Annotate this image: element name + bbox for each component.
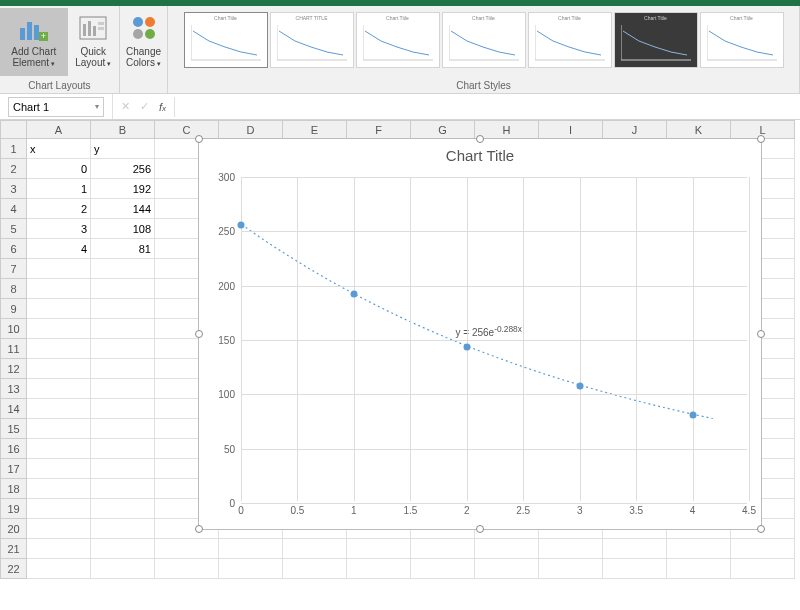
cell-A19[interactable] xyxy=(27,499,91,519)
cell-L21[interactable] xyxy=(731,539,795,559)
cell-L22[interactable] xyxy=(731,559,795,579)
cell-A21[interactable] xyxy=(27,539,91,559)
cell-B1[interactable]: y xyxy=(91,139,155,159)
data-point[interactable] xyxy=(689,411,696,418)
cell-D21[interactable] xyxy=(219,539,283,559)
chart-plot-area[interactable]: y = 256e-0.288x 05010015020025030000.511… xyxy=(241,177,747,501)
resize-handle[interactable] xyxy=(757,330,765,338)
cell-H21[interactable] xyxy=(475,539,539,559)
row-header-7[interactable]: 7 xyxy=(1,259,27,279)
row-header-4[interactable]: 4 xyxy=(1,199,27,219)
chart-style-thumb-2[interactable]: Chart Title xyxy=(356,12,440,68)
cell-B7[interactable] xyxy=(91,259,155,279)
cell-J22[interactable] xyxy=(603,559,667,579)
cell-B12[interactable] xyxy=(91,359,155,379)
chart-title[interactable]: Chart Title xyxy=(199,139,761,168)
data-point[interactable] xyxy=(350,291,357,298)
row-header-12[interactable]: 12 xyxy=(1,359,27,379)
cell-A9[interactable] xyxy=(27,299,91,319)
row-header-6[interactable]: 6 xyxy=(1,239,27,259)
cell-G22[interactable] xyxy=(411,559,475,579)
quick-layout-button[interactable]: Quick Layout▾ xyxy=(68,8,119,76)
cell-A18[interactable] xyxy=(27,479,91,499)
col-header-H[interactable]: H xyxy=(475,121,539,139)
cancel-formula-icon[interactable]: ✕ xyxy=(121,100,130,113)
row-header-21[interactable]: 21 xyxy=(1,539,27,559)
col-header-K[interactable]: K xyxy=(667,121,731,139)
select-all-corner[interactable] xyxy=(1,121,27,139)
chart-style-thumb-3[interactable]: Chart Title xyxy=(442,12,526,68)
resize-handle[interactable] xyxy=(476,135,484,143)
cell-B20[interactable] xyxy=(91,519,155,539)
cell-B11[interactable] xyxy=(91,339,155,359)
cell-B10[interactable] xyxy=(91,319,155,339)
cell-A15[interactable] xyxy=(27,419,91,439)
cell-B21[interactable] xyxy=(91,539,155,559)
add-chart-element-button[interactable]: + Add Chart Element▾ xyxy=(0,8,68,76)
row-header-20[interactable]: 20 xyxy=(1,519,27,539)
resize-handle[interactable] xyxy=(195,525,203,533)
col-header-I[interactable]: I xyxy=(539,121,603,139)
chart-style-thumb-5[interactable]: Chart Title xyxy=(614,12,698,68)
row-header-13[interactable]: 13 xyxy=(1,379,27,399)
cell-A14[interactable] xyxy=(27,399,91,419)
cell-B4[interactable]: 144 xyxy=(91,199,155,219)
cell-A6[interactable]: 4 xyxy=(27,239,91,259)
cell-B5[interactable]: 108 xyxy=(91,219,155,239)
cell-H22[interactable] xyxy=(475,559,539,579)
resize-handle[interactable] xyxy=(195,330,203,338)
trendline-equation[interactable]: y = 256e-0.288x xyxy=(455,324,521,338)
col-header-C[interactable]: C xyxy=(155,121,219,139)
cell-A20[interactable] xyxy=(27,519,91,539)
data-point[interactable] xyxy=(576,382,583,389)
cell-J21[interactable] xyxy=(603,539,667,559)
cell-C21[interactable] xyxy=(155,539,219,559)
data-point[interactable] xyxy=(238,221,245,228)
cell-D22[interactable] xyxy=(219,559,283,579)
cell-B8[interactable] xyxy=(91,279,155,299)
cell-A2[interactable]: 0 xyxy=(27,159,91,179)
cell-I21[interactable] xyxy=(539,539,603,559)
change-colors-button[interactable]: Change Colors▾ xyxy=(120,8,167,76)
data-point[interactable] xyxy=(463,343,470,350)
chart-styles-gallery[interactable]: Chart TitleCHART TITLEChart TitleChart T… xyxy=(180,8,788,78)
cell-A16[interactable] xyxy=(27,439,91,459)
col-header-D[interactable]: D xyxy=(219,121,283,139)
col-header-F[interactable]: F xyxy=(347,121,411,139)
resize-handle[interactable] xyxy=(757,525,765,533)
cell-A11[interactable] xyxy=(27,339,91,359)
col-header-G[interactable]: G xyxy=(411,121,475,139)
cell-F22[interactable] xyxy=(347,559,411,579)
row-header-16[interactable]: 16 xyxy=(1,439,27,459)
resize-handle[interactable] xyxy=(195,135,203,143)
row-header-17[interactable]: 17 xyxy=(1,459,27,479)
row-header-8[interactable]: 8 xyxy=(1,279,27,299)
row-header-5[interactable]: 5 xyxy=(1,219,27,239)
row-header-22[interactable]: 22 xyxy=(1,559,27,579)
name-box[interactable]: Chart 1 ▾ xyxy=(8,97,104,117)
row-header-2[interactable]: 2 xyxy=(1,159,27,179)
cell-C22[interactable] xyxy=(155,559,219,579)
col-header-J[interactable]: J xyxy=(603,121,667,139)
cell-B15[interactable] xyxy=(91,419,155,439)
row-header-19[interactable]: 19 xyxy=(1,499,27,519)
resize-handle[interactable] xyxy=(757,135,765,143)
cell-K22[interactable] xyxy=(667,559,731,579)
cell-A5[interactable]: 3 xyxy=(27,219,91,239)
cell-F21[interactable] xyxy=(347,539,411,559)
cell-E22[interactable] xyxy=(283,559,347,579)
row-header-11[interactable]: 11 xyxy=(1,339,27,359)
row-header-14[interactable]: 14 xyxy=(1,399,27,419)
cell-A10[interactable] xyxy=(27,319,91,339)
cell-A22[interactable] xyxy=(27,559,91,579)
cell-A12[interactable] xyxy=(27,359,91,379)
cell-A13[interactable] xyxy=(27,379,91,399)
cell-B22[interactable] xyxy=(91,559,155,579)
cell-A7[interactable] xyxy=(27,259,91,279)
embedded-chart[interactable]: Chart Title y = 256e-0.288x 050100150200… xyxy=(198,138,762,530)
cell-B19[interactable] xyxy=(91,499,155,519)
fx-icon[interactable]: fx xyxy=(159,101,166,113)
cell-B6[interactable]: 81 xyxy=(91,239,155,259)
col-header-E[interactable]: E xyxy=(283,121,347,139)
row-header-18[interactable]: 18 xyxy=(1,479,27,499)
